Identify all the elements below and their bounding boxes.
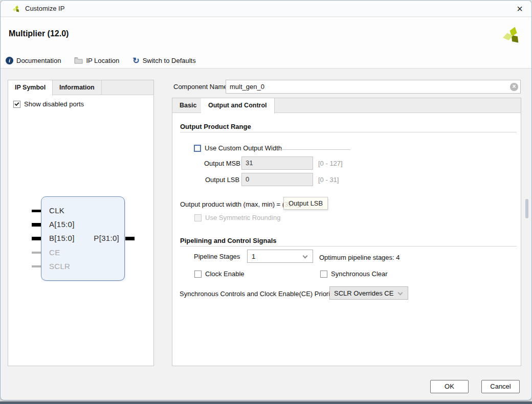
priority-value: SCLR Overrides CE	[334, 289, 393, 297]
refresh-icon: ↻	[132, 57, 139, 64]
customize-ip-dialog: Customize IP × Multiplier (12.0) i Docum…	[0, 0, 532, 400]
ce-port-stub	[32, 252, 41, 254]
a-port-stub	[32, 223, 41, 227]
config-tabstrip: Basic Output and Control	[172, 98, 521, 113]
optimum-stages-text: Optimum pipeline stages: 4	[319, 254, 400, 261]
port-label-clk: CLK	[49, 206, 64, 215]
desktop-edge	[0, 401, 532, 404]
scrollbar-thumb[interactable]	[525, 199, 528, 218]
show-disabled-ports-label: Show disabled ports	[24, 100, 84, 108]
priority-dropdown: SCLR Overrides CE	[329, 286, 408, 300]
output-msb-label: Output MSB	[204, 160, 240, 167]
show-disabled-ports-checkbox[interactable]	[13, 101, 20, 108]
output-msb-range: [0 - 127]	[318, 160, 343, 167]
pipelining-title: Pipelining and Control Signals	[180, 237, 277, 244]
switch-to-defaults-button[interactable]: ↻ Switch to Defaults	[132, 57, 195, 64]
section-rule-2	[180, 246, 517, 246]
use-symmetric-rounding-row: Use Symmetric Rounding	[194, 214, 280, 221]
documentation-button[interactable]: i Documentation	[6, 57, 61, 64]
documentation-label: Documentation	[16, 57, 61, 64]
port-label-ce: CE	[49, 248, 60, 257]
use-custom-output-width-checkbox[interactable]	[194, 145, 201, 152]
left-tabstrip: IP Symbol Information	[8, 80, 153, 95]
output-product-range-title: Output Product Range	[180, 123, 251, 130]
component-name-label: Component Name	[173, 83, 228, 91]
switch-to-defaults-label: Switch to Defaults	[143, 57, 196, 64]
show-disabled-ports-row: Show disabled ports	[13, 100, 84, 108]
clk-port-stub	[32, 210, 41, 212]
output-lsb-input: 0	[241, 173, 313, 186]
folder-icon	[74, 57, 83, 64]
chevron-down-icon	[303, 254, 308, 259]
ok-button[interactable]: OK	[430, 380, 469, 393]
component-name-input[interactable]	[226, 80, 521, 94]
port-label-p: P[31:0]	[87, 234, 119, 242]
toolbar: i Documentation IP Location ↻ Switch to …	[6, 54, 196, 66]
use-custom-output-width-row: Use Custom Output Width	[194, 144, 282, 152]
section-rule	[180, 132, 517, 132]
tab-information[interactable]: Information	[53, 80, 102, 95]
output-lsb-range: [0 - 31]	[318, 176, 339, 184]
ip-location-label: IP Location	[86, 57, 119, 64]
info-icon: i	[6, 57, 13, 64]
synchronous-clear-label: Synchronous Clear	[331, 270, 388, 278]
inline-rule	[280, 149, 350, 150]
output-msb-input: 31	[241, 156, 313, 170]
product-width-prefix: Output product width (max, min) =	[180, 200, 282, 208]
p-port-stub	[125, 237, 135, 240]
tab-ip-symbol[interactable]: IP Symbol	[8, 80, 53, 96]
title-bar: Customize IP ×	[1, 1, 531, 17]
output-lsb-tooltip: Output LSB	[283, 197, 328, 210]
chevron-down-icon	[398, 290, 403, 296]
port-label-b: B[15:0]	[49, 234, 75, 242]
xilinx-logo-icon	[12, 5, 21, 14]
sclr-port-stub	[32, 265, 41, 267]
port-label-sclr: SCLR	[49, 262, 70, 271]
config-tab-panel: Basic Output and Control Output Product …	[172, 98, 521, 366]
output-lsb-label: Output LSB	[205, 176, 239, 184]
port-label-a: A[15:0]	[49, 220, 75, 229]
synchronous-clear-checkbox[interactable]	[320, 271, 327, 278]
clock-enable-checkbox[interactable]	[194, 271, 202, 278]
dialog-header: Multiplier (12.0) i Documentation IP Loc…	[1, 17, 531, 69]
pipeline-stages-dropdown[interactable]: 1	[247, 250, 313, 263]
pipeline-stages-value: 1	[252, 253, 255, 260]
clock-enable-row: Clock Enable	[194, 270, 245, 278]
priority-label: Synchronous Controls and Clock Enable(CE…	[180, 290, 335, 298]
page-title: Multiplier (12.0)	[9, 29, 69, 38]
use-custom-output-width-label: Use Custom Output Width	[205, 144, 282, 152]
ip-location-button[interactable]: IP Location	[74, 57, 119, 64]
xilinx-logo	[501, 25, 523, 47]
tab-basic[interactable]: Basic	[172, 98, 204, 113]
clock-enable-label: Clock Enable	[205, 270, 245, 278]
check-icon	[14, 101, 19, 105]
ip-symbol-panel: IP Symbol Information Show disabled port…	[8, 80, 154, 366]
clear-icon[interactable]: ×	[510, 83, 518, 91]
use-symmetric-rounding-checkbox	[194, 214, 202, 221]
pipeline-stages-label: Pipeline Stages	[194, 253, 240, 260]
synchronous-clear-row: Synchronous Clear	[320, 270, 388, 278]
window-title: Customize IP	[25, 5, 64, 12]
cancel-button[interactable]: Cancel	[481, 380, 520, 393]
use-symmetric-rounding-label: Use Symmetric Rounding	[205, 214, 280, 221]
b-port-stub	[32, 237, 41, 240]
product-width-text: Output product width (max, min) = (31,0)	[180, 200, 300, 208]
tab-output-and-control[interactable]: Output and Control	[201, 98, 275, 114]
close-icon[interactable]: ×	[512, 2, 527, 16]
